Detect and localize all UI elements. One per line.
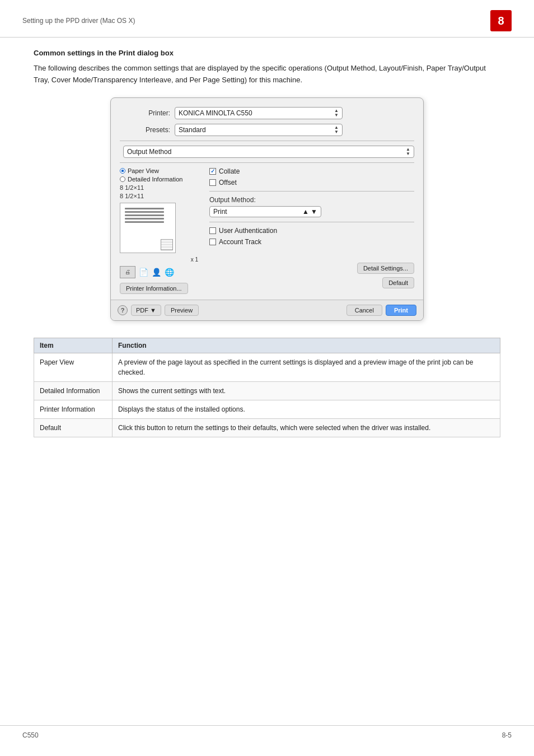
printer-info-button[interactable]: Printer Information...: [120, 283, 188, 294]
printer-icon-box: 🖨: [120, 266, 135, 278]
print-button[interactable]: Print: [386, 305, 416, 316]
page-content: Common settings in the Print dialog box …: [0, 38, 534, 454]
paper-size-2: 8 1/2×11: [120, 193, 198, 199]
bottom-icons: 🖨 📄 👤 🌐: [120, 266, 198, 278]
paper-size-1: 8 1/2×11: [120, 184, 198, 191]
output-method-select-row: Print ▲ ▼: [209, 206, 414, 217]
presets-value: Standard: [179, 126, 206, 134]
offset-checkbox[interactable]: [209, 179, 216, 186]
dialog-body: Paper View Detailed Information 8 1/2×11…: [120, 167, 414, 294]
top-divider: [120, 141, 414, 141]
method-divider: [120, 162, 414, 163]
printer-label: Printer:: [120, 109, 170, 117]
output-method-value: Print: [213, 208, 227, 216]
detail-settings-button[interactable]: Detail Settings...: [357, 263, 414, 274]
printer-icon: 🖨: [125, 269, 130, 275]
table-row: Detailed InformationShows the current se…: [34, 381, 500, 400]
table-cell-function: A preview of the page layout as specifie…: [113, 353, 500, 381]
table-cell-function: Shows the current settings with text.: [113, 381, 500, 400]
footer-page: 8-5: [502, 731, 512, 739]
output-method-section: Output Method: Print ▲ ▼: [209, 196, 414, 217]
preview-button[interactable]: Preview: [165, 305, 199, 316]
col-item-header: Item: [34, 338, 113, 353]
presets-row: Presets: Standard ▲ ▼: [120, 124, 414, 136]
table-row: Paper ViewA preview of the page layout a…: [34, 353, 500, 381]
table-cell-item: Printer Information: [34, 400, 113, 418]
printer-row: Printer: KONICA MINOLTA C550 ▲ ▼: [120, 107, 414, 119]
output-method-section-label: Output Method:: [209, 196, 414, 204]
collate-label: Collate: [219, 167, 240, 175]
paper-view-radio[interactable]: [120, 168, 125, 174]
detailed-info-radio[interactable]: [120, 176, 125, 182]
help-button[interactable]: ?: [118, 305, 128, 315]
collate-checkbox[interactable]: [209, 168, 216, 175]
paper-line-2: [125, 211, 164, 213]
dialog-left: Paper View Detailed Information 8 1/2×11…: [120, 167, 198, 294]
paper-lines: [125, 208, 164, 223]
printer-select[interactable]: KONICA MINOLTA C550 ▲ ▼: [175, 107, 343, 119]
right-divider-2: [209, 222, 414, 222]
table-row: Printer InformationDisplays the status o…: [34, 400, 500, 418]
section-title: Common settings in the Print dialog box: [34, 49, 500, 57]
footer-model: C550: [22, 731, 39, 739]
paper-view-label: Paper View: [128, 167, 159, 174]
printer-value: KONICA MINOLTA C550: [179, 109, 252, 117]
cancel-button[interactable]: Cancel: [346, 305, 382, 316]
table-row: DefaultClick this button to return the s…: [34, 418, 500, 437]
output-method-inner-stepper[interactable]: ▲ ▼: [302, 208, 317, 216]
table-cell-item: Default: [34, 418, 113, 437]
intro-text: The following describes the common setti…: [34, 63, 500, 86]
paper-line-5: [125, 221, 164, 223]
output-method-select[interactable]: Print ▲ ▼: [209, 206, 321, 217]
pdf-button[interactable]: PDF ▼: [131, 305, 161, 316]
collate-option[interactable]: Collate: [209, 167, 414, 175]
account-track-checkbox[interactable]: [209, 239, 216, 245]
col-function-header: Function: [113, 338, 500, 353]
dialog-toolbar: ? PDF ▼ Preview Cancel Print: [111, 300, 423, 320]
chapter-badge: 8: [490, 10, 512, 31]
header-title: Setting up the PPD driver (Mac OS X): [22, 17, 135, 25]
output-method-top-select[interactable]: Output Method ▲ ▼: [123, 146, 414, 158]
user-auth-checkbox[interactable]: [209, 227, 216, 234]
page-header: Setting up the PPD driver (Mac OS X) 8: [0, 0, 534, 38]
detailed-info-option[interactable]: Detailed Information: [120, 176, 198, 183]
table-cell-function: Click this button to return the settings…: [113, 418, 500, 437]
paper-count: x 1: [120, 256, 198, 263]
info-table: Item Function Paper ViewA preview of the…: [34, 338, 500, 437]
paper-line-3: [125, 214, 164, 216]
page-footer: C550 8-5: [0, 725, 534, 739]
page-icon: 📄: [139, 268, 148, 277]
detailed-info-label: Detailed Information: [128, 176, 182, 183]
print-dialog: Printer: KONICA MINOLTA C550 ▲ ▼ Presets…: [110, 97, 424, 321]
paper-preview: [120, 203, 176, 253]
table-cell-item: Paper View: [34, 353, 113, 381]
table-cell-function: Displays the status of the installed opt…: [113, 400, 500, 418]
presets-label: Presets:: [120, 126, 170, 134]
offset-label: Offset: [219, 179, 237, 186]
user-auth-label: User Authentication: [219, 227, 277, 235]
output-method-row: Output Method ▲ ▼: [120, 146, 414, 158]
dialog-right: Collate Offset Output Method: Print: [204, 167, 414, 294]
right-divider-1: [209, 191, 414, 192]
paper-thumbnail: [161, 239, 173, 250]
account-track-option[interactable]: Account Track: [209, 238, 414, 246]
printer-stepper[interactable]: ▲ ▼: [334, 109, 339, 118]
person-icon: 👤: [152, 268, 161, 277]
toolbar-right: Cancel Print: [346, 305, 416, 316]
paper-line-4: [125, 218, 164, 220]
offset-option[interactable]: Offset: [209, 179, 414, 186]
paper-view-option[interactable]: Paper View: [120, 167, 198, 174]
paper-line-1: [125, 208, 164, 209]
output-method-top-value: Output Method: [127, 148, 171, 156]
presets-select[interactable]: Standard ▲ ▼: [175, 124, 343, 136]
output-method-stepper[interactable]: ▲ ▼: [406, 147, 410, 156]
presets-stepper[interactable]: ▲ ▼: [334, 125, 339, 134]
table-cell-item: Detailed Information: [34, 381, 113, 400]
user-auth-option[interactable]: User Authentication: [209, 227, 414, 235]
network-icon: 🌐: [165, 268, 174, 277]
account-track-label: Account Track: [219, 238, 261, 246]
toolbar-left: ? PDF ▼ Preview: [118, 305, 199, 316]
table-header-row: Item Function: [34, 338, 500, 353]
default-button[interactable]: Default: [382, 277, 414, 288]
